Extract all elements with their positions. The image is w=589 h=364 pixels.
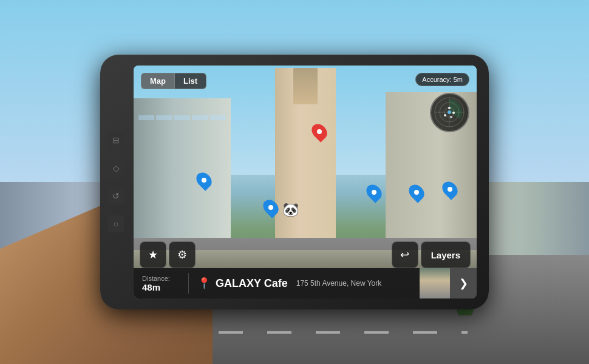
- map-tab[interactable]: Map: [141, 73, 174, 89]
- place-thumbnail: [420, 268, 450, 298]
- tablet-button-3[interactable]: ↺: [107, 187, 124, 204]
- distance-label: Distance:: [142, 275, 180, 282]
- distance-section: Distance: 48m: [134, 275, 188, 292]
- map-list-toggle[interactable]: Map List: [141, 73, 206, 89]
- share-button[interactable]: ↩: [392, 241, 418, 268]
- tablet-button-4[interactable]: ○: [107, 215, 124, 232]
- layers-button[interactable]: Layers: [421, 241, 471, 268]
- svg-point-8: [450, 116, 452, 118]
- favorites-button[interactable]: ★: [140, 241, 166, 268]
- share-icon: ↩: [400, 248, 409, 261]
- ar-pin-blue-1: [197, 172, 211, 189]
- tablet-screen: 🐼 Map List Accuracy: 5m: [134, 66, 477, 298]
- tablet-side-buttons: ⊟ ◇ ↺ ○: [107, 132, 124, 232]
- distance-value: 48m: [142, 282, 180, 292]
- settings-button[interactable]: ⚙: [169, 241, 196, 268]
- ar-pin-blue-5: [443, 181, 457, 198]
- star-icon: ★: [148, 248, 158, 261]
- toolbar-left-group: ★ ⚙: [140, 241, 196, 268]
- tablet-button-2[interactable]: ◇: [107, 160, 124, 177]
- place-info: 📍 GALAXY Cafe 175 5th Avenue, New York: [189, 277, 420, 290]
- gear-icon: ⚙: [177, 248, 187, 261]
- list-tab[interactable]: List: [175, 73, 206, 89]
- layers-label: Layers: [431, 250, 460, 260]
- bottom-toolbar: ★ ⚙ ↩ Layers: [140, 241, 471, 268]
- arrow-icon: ❯: [459, 277, 468, 290]
- panda-icon: 🐼: [282, 202, 299, 218]
- svg-point-5: [448, 107, 451, 109]
- radar: [430, 93, 469, 132]
- svg-point-6: [452, 112, 455, 114]
- ar-pin-blue-2: [264, 199, 277, 216]
- tablet-device: ⊟ ◇ ↺ ○ SAMSUNG: [100, 55, 489, 309]
- info-bar: Distance: 48m 📍 GALAXY Cafe 175 5th Aven…: [134, 268, 477, 298]
- info-arrow-button[interactable]: ❯: [450, 268, 477, 298]
- toolbar-right-group: ↩ Layers: [392, 241, 471, 268]
- place-name: GALAXY Cafe: [216, 277, 288, 290]
- ar-pin-blue-3: [367, 184, 381, 201]
- place-pin-icon: 📍: [197, 277, 211, 290]
- accuracy-badge: Accuracy: 5m: [415, 73, 469, 86]
- place-address: 175 5th Avenue, New York: [296, 279, 382, 288]
- ar-pin-main: [313, 123, 326, 140]
- ar-pin-blue-4: [410, 184, 423, 201]
- svg-point-7: [444, 114, 446, 116]
- svg-point-9: [448, 110, 451, 114]
- tablet-button-1[interactable]: ⊟: [107, 132, 124, 149]
